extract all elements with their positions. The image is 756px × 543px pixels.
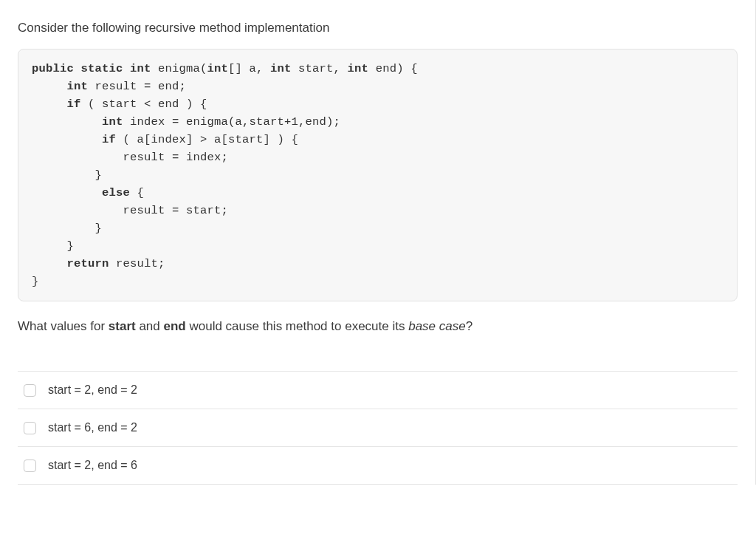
code-text: int: [207, 62, 229, 75]
code-text: public static int: [32, 62, 158, 75]
question-part: and: [136, 319, 164, 333]
code-text: ( a[index] > a[start] ) {: [123, 133, 299, 146]
question-part: would cause this method to execute its: [186, 319, 408, 333]
option-row[interactable]: start = 2, end = 2: [18, 372, 738, 409]
code-text: }: [32, 275, 39, 288]
code-text: else: [32, 186, 137, 199]
code-text: ( start < end ) {: [88, 98, 207, 111]
question-em: base case: [408, 319, 466, 333]
checkbox[interactable]: [24, 384, 36, 397]
code-text: }: [32, 222, 102, 235]
code-text: result = index;: [32, 151, 228, 164]
code-text: int: [348, 62, 376, 75]
question-intro: Consider the following recursive method …: [18, 21, 738, 35]
code-text: result = end;: [95, 80, 187, 93]
code-text: if: [32, 98, 88, 111]
question-text: What values for start and end would caus…: [18, 319, 738, 334]
question-strong: start: [109, 319, 136, 333]
option-row[interactable]: start = 2, end = 6: [18, 447, 738, 485]
question-container: Consider the following recursive method …: [0, 0, 756, 485]
question-strong: end: [164, 319, 186, 333]
code-text: if: [32, 133, 123, 146]
code-text: result;: [116, 257, 165, 270]
option-label: start = 6, end = 2: [48, 421, 137, 434]
code-text: int: [270, 62, 298, 75]
question-part: What values for: [18, 319, 109, 333]
option-row[interactable]: start = 6, end = 2: [18, 409, 738, 447]
code-text: index = enigma(a,start+1,end);: [130, 115, 340, 129]
question-part: ?: [466, 319, 472, 333]
code-text: return: [32, 257, 116, 270]
code-text: int: [32, 115, 130, 129]
code-block: public static int enigma(int[] a, int st…: [18, 49, 738, 301]
code-text: int: [32, 80, 95, 93]
checkbox[interactable]: [24, 460, 36, 472]
code-text: }: [32, 239, 74, 253]
option-label: start = 2, end = 6: [48, 459, 137, 472]
code-text: [] a,: [228, 62, 270, 75]
option-label: start = 2, end = 2: [48, 383, 137, 397]
code-text: result = start;: [32, 204, 228, 217]
code-text: enigma(: [158, 62, 207, 75]
code-text: }: [32, 168, 102, 182]
code-text: start,: [298, 62, 348, 75]
checkbox[interactable]: [24, 422, 36, 434]
code-text: end) {: [376, 62, 418, 75]
options-list: start = 2, end = 2 start = 6, end = 2 st…: [18, 371, 738, 485]
code-text: {: [137, 186, 145, 199]
